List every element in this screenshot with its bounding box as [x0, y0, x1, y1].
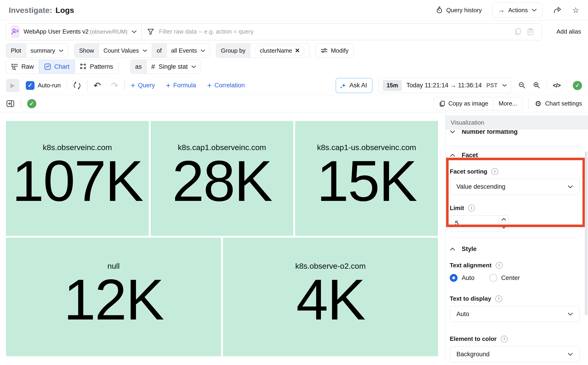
modify-button[interactable]: Modify: [316, 43, 354, 58]
visualization-panel: Visualization Number formatting Facet Fa…: [445, 112, 588, 359]
group-by-label: Group by: [216, 44, 250, 57]
stage-status-ok-icon: ✓: [27, 99, 36, 108]
collapse-panel-icon[interactable]: [6, 99, 15, 108]
more-button[interactable]: More...: [493, 97, 522, 110]
paste-icon[interactable]: [527, 28, 534, 35]
share-icon[interactable]: [553, 6, 562, 14]
redo-icon: ↷: [111, 80, 118, 91]
group-by-pill[interactable]: clusterName ✕: [255, 46, 305, 56]
group-by-values: clusterName ✕: [250, 44, 309, 57]
zoom-in-icon[interactable]: [533, 82, 541, 89]
play-icon: ▶: [10, 82, 15, 89]
chevron-down-icon: [502, 84, 507, 87]
zoom-out-icon[interactable]: [518, 82, 526, 89]
info-icon[interactable]: i: [468, 204, 475, 211]
undo-icon[interactable]: ↶: [94, 80, 101, 91]
check-icon: ✓: [28, 82, 33, 89]
stat-tile[interactable]: null 12K: [6, 238, 221, 356]
group-by-group: Group by clusterName ✕: [216, 43, 309, 58]
facet-value: 28K: [172, 154, 272, 209]
stat-tile[interactable]: k8s.cap1-us.observeinc.com 15K: [295, 121, 438, 236]
close-icon[interactable]: ✕: [295, 47, 300, 54]
stat-tile[interactable]: k8s.observeinc.com 107K: [6, 121, 149, 236]
chevron-up-icon: [450, 154, 455, 157]
ask-ai-button[interactable]: ✦✦ Ask AI: [336, 78, 373, 93]
section-style[interactable]: Style: [450, 246, 580, 253]
gear-icon: ⚙: [535, 99, 542, 108]
text-alignment-label: Text alignment i: [450, 262, 580, 269]
add-query-button[interactable]: + Query: [131, 81, 155, 90]
element-to-color-label: Element to color i: [450, 335, 580, 343]
add-correlation-button[interactable]: + Correlation: [207, 81, 245, 90]
code-icon[interactable]: </>: [553, 82, 560, 89]
query-status-ok-icon: ✓: [573, 81, 582, 90]
chevron-down-icon: [143, 49, 147, 52]
stepper-up-button[interactable]: [499, 216, 509, 224]
filter-input[interactable]: [159, 28, 510, 35]
copy-as-image-button[interactable]: Copy as image: [434, 97, 493, 110]
chart-settings-button[interactable]: ⚙ Chart settings: [535, 99, 582, 108]
chevron-down-icon: [191, 65, 196, 68]
facet-sorting-label: Facet sorting i: [450, 168, 580, 175]
actions-button[interactable]: → Actions: [492, 2, 542, 18]
time-range-text: Today 11:21:14 → 11:36:14: [406, 82, 482, 89]
stopwatch-icon: [436, 7, 443, 14]
limit-label: Limit i: [450, 204, 580, 212]
text-to-display-label: Text to display i: [450, 295, 580, 302]
section-facet[interactable]: Facet: [450, 152, 580, 159]
plot-select[interactable]: summary: [26, 44, 68, 57]
text-to-display-select[interactable]: Auto: [450, 306, 580, 322]
info-icon[interactable]: i: [496, 262, 503, 269]
limit-input[interactable]: [450, 216, 499, 231]
radio-center[interactable]: Center: [489, 274, 520, 282]
section-number-formatting[interactable]: Number formatting: [450, 130, 580, 135]
dataset-selector[interactable]: WebApp User Events v2(observe/RUM): [6, 23, 142, 40]
stat-tile[interactable]: k8s.observe-o2.com 4K: [223, 238, 438, 356]
query-history-label: Query history: [446, 7, 482, 14]
facet-value: 15K: [317, 154, 416, 209]
stat-tile[interactable]: k8s.cap1.observeinc.com 28K: [151, 121, 294, 236]
add-alias-button[interactable]: Add alias: [557, 28, 581, 35]
plot-controls: Plot summary Show Count Values of all Ev…: [0, 43, 588, 58]
facet-sorting-select[interactable]: Value descending: [450, 179, 580, 195]
time-window-badge: 15m: [383, 80, 402, 91]
of-select[interactable]: all Events: [166, 44, 210, 57]
element-to-color-select[interactable]: Background: [450, 346, 580, 362]
raw-list-icon: [11, 63, 18, 70]
chevron-down-icon: [450, 130, 455, 133]
tab-chart[interactable]: Chart: [39, 60, 75, 74]
auto-run-checkbox[interactable]: ✓: [26, 81, 35, 90]
facet-value: 12K: [64, 272, 163, 327]
view-tabs-row: Raw Chart Patterns as # Sing: [0, 59, 588, 74]
facet-value: 107K: [12, 154, 143, 209]
sidebar-scrollbar[interactable]: [585, 151, 588, 315]
add-formula-button[interactable]: + Formula: [166, 81, 196, 90]
tab-patterns[interactable]: Patterns: [75, 60, 118, 74]
query-history-button[interactable]: Query history: [436, 7, 482, 14]
timezone-label: PST: [486, 82, 498, 89]
tab-raw[interactable]: Raw: [6, 60, 39, 74]
show-select[interactable]: Count Values: [99, 44, 152, 57]
info-icon[interactable]: i: [491, 168, 498, 175]
user-events-icon: [11, 25, 20, 38]
plus-icon: +: [207, 81, 212, 90]
refresh-icon[interactable]: [73, 81, 81, 90]
arrow-right-icon: →: [498, 7, 504, 14]
time-range-picker[interactable]: 15m Today 11:21:14 → 11:36:14 PST: [378, 78, 511, 93]
info-icon[interactable]: i: [495, 295, 502, 302]
show-label: Show: [75, 44, 99, 57]
info-icon[interactable]: i: [501, 336, 508, 343]
star-icon[interactable]: ☆: [572, 6, 579, 14]
as-label: as: [131, 60, 147, 74]
single-stat-chart: k8s.observeinc.com 107K k8s.cap1.observe…: [0, 112, 445, 359]
show-group: Show Count Values of all Events: [74, 43, 210, 58]
stepper-down-button[interactable]: [499, 223, 509, 231]
as-select[interactable]: # Single stat: [147, 60, 201, 74]
page-title-prefix: Investigate:: [9, 6, 52, 15]
radio-auto[interactable]: Auto: [450, 274, 475, 282]
chevron-down-icon: [59, 49, 64, 52]
chart-icon: [44, 63, 51, 70]
run-button[interactable]: ▶: [6, 79, 19, 92]
copy-icon[interactable]: [514, 28, 521, 35]
sliders-icon: [321, 47, 328, 54]
